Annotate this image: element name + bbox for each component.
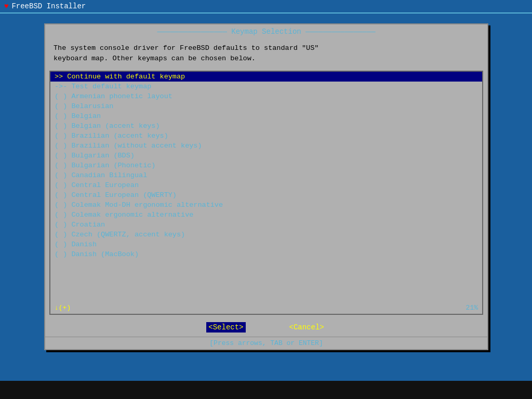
hint-bar: [Press arrows, TAB or ENTER]	[45, 337, 487, 349]
cancel-button[interactable]: <Cancel>	[287, 322, 326, 332]
list-item[interactable]: ( ) Brazilian (accent keys)	[50, 131, 482, 141]
list-item[interactable]: ( ) Colemak Mod-DH ergonomic alternative	[50, 200, 482, 210]
list-item[interactable]: ( ) Armenian phonetic layout	[50, 91, 482, 101]
list-item[interactable]: ->- Test default keymap	[50, 82, 482, 91]
keymap-list[interactable]: >> Continue with default keymap->- Test …	[49, 71, 483, 315]
list-item[interactable]: ( ) Canadian Bilingual	[50, 170, 482, 180]
list-item[interactable]: ( ) Belgian	[50, 111, 482, 121]
select-button[interactable]: <Select>	[206, 322, 245, 332]
title-text: FreeBSD Installer	[11, 2, 86, 10]
window-title: ———————————————— Keymap Selection ——————…	[45, 24, 487, 39]
list-item[interactable]: ( ) Colemak ergonomic alternative	[50, 210, 482, 220]
list-item[interactable]: ( ) Danish	[50, 240, 482, 249]
list-item[interactable]: ( ) Central European	[50, 180, 482, 190]
list-item[interactable]: ( ) Bulgarian (Phonetic)	[50, 161, 482, 170]
freebsd-logo: ♥	[4, 2, 8, 10]
list-item[interactable]: ( ) Central European (QWERTY)	[50, 190, 482, 200]
description-line1: The system console driver for FreeBSD de…	[54, 43, 479, 54]
list-item[interactable]: ( ) Croatian	[50, 220, 482, 230]
list-item[interactable]: ( ) Belarusian	[50, 101, 482, 111]
description-line2: keyboard map. Other keymaps can be chose…	[54, 54, 479, 64]
list-item[interactable]: ( ) Brazilian (without accent keys)	[50, 141, 482, 151]
description: The system console driver for FreeBSD de…	[45, 39, 487, 71]
list-item[interactable]: ( ) Danish (MacBook)	[50, 249, 482, 259]
list-item[interactable]: ( ) Czech (QWERTZ, accent keys)	[50, 230, 482, 240]
main-window: ———————————————— Keymap Selection ——————…	[44, 23, 488, 350]
list-item[interactable]: ( ) Bulgarian (BDS)	[50, 151, 482, 161]
list-item[interactable]: ( ) Belgian (accent keys)	[50, 121, 482, 131]
bottom-bar	[0, 381, 532, 399]
title-bar: ♥ FreeBSD Installer	[0, 0, 532, 14]
scroll-down-indicator: ↓(+)	[55, 304, 71, 312]
hint-text: [Press arrows, TAB or ENTER]	[209, 339, 323, 347]
list-item[interactable]: >> Continue with default keymap	[50, 72, 482, 82]
scroll-percent: 21%	[466, 304, 478, 312]
button-bar: <Select> <Cancel>	[45, 315, 487, 337]
